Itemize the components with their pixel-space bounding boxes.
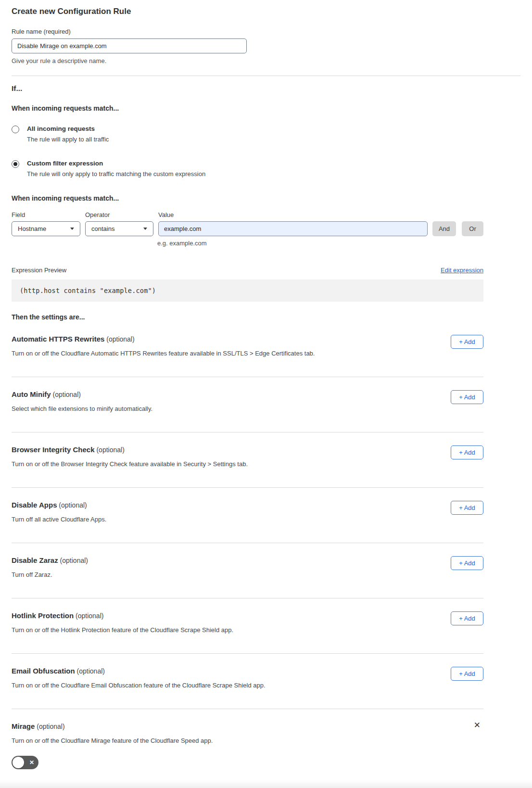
radio-description: The rule will apply to all traffic xyxy=(27,136,109,143)
setting-optional-suffix: (optional) xyxy=(74,612,103,620)
setting-title: Browser Integrity Check xyxy=(12,445,95,454)
setting-row-mirage: Mirage (optional) Turn on or off the Clo… xyxy=(12,709,483,788)
setting-description: Turn off Zaraz. xyxy=(12,571,435,578)
page-title: Create new Configuration Rule xyxy=(12,7,520,16)
setting-description: Turn on or off the Cloudflare Email Obfu… xyxy=(12,682,435,689)
edit-expression-link[interactable]: Edit expression xyxy=(441,267,483,274)
field-label: Field xyxy=(12,211,80,218)
settings-list: Automatic HTTPS Rewrites (optional) Turn… xyxy=(12,322,483,788)
match-heading: When incoming requests match... xyxy=(12,104,520,112)
setting-title: Disable Zaraz xyxy=(12,556,58,564)
and-button[interactable]: And xyxy=(432,221,456,236)
setting-optional-suffix: (optional) xyxy=(75,667,105,675)
add-disable-apps-button[interactable]: + Add xyxy=(451,501,483,515)
radio-button-icon[interactable] xyxy=(12,160,19,168)
setting-description: Turn on or off the Cloudflare Automatic … xyxy=(12,350,435,357)
setting-row-disable-zaraz: Disable Zaraz (optional) Turn off Zaraz.… xyxy=(12,543,483,598)
add-auto-minify-button[interactable]: + Add xyxy=(451,390,483,404)
rule-name-input[interactable] xyxy=(12,38,247,53)
configuration-rule-form: Create new Configuration Rule Rule name … xyxy=(0,0,532,788)
setting-row-disable-apps: Disable Apps (optional) Turn off all act… xyxy=(12,488,483,543)
radio-label: Custom filter expression xyxy=(27,160,205,167)
toggle-knob xyxy=(13,757,24,768)
radio-option-custom-filter-expression[interactable]: Custom filter expression The rule will o… xyxy=(12,160,520,178)
value-input[interactable] xyxy=(158,221,428,236)
expression-preview-label: Expression Preview xyxy=(12,267,66,274)
setting-optional-suffix: (optional) xyxy=(104,335,134,343)
setting-description: Select which file extensions to minify a… xyxy=(12,405,435,412)
setting-title: Mirage xyxy=(12,722,35,730)
setting-description: Turn on or off the Hotlink Protection fe… xyxy=(12,626,435,634)
add-email-obfuscation-button[interactable]: + Add xyxy=(451,667,483,681)
add-automatic-https-rewrites-button[interactable]: + Add xyxy=(451,335,483,349)
setting-optional-suffix: (optional) xyxy=(57,501,87,509)
value-label: Value xyxy=(158,211,428,218)
setting-row-auto-minify: Auto Minify (optional) Select which file… xyxy=(12,377,483,432)
rule-name-help: Give your rule a descriptive name. xyxy=(12,57,520,64)
setting-description: Turn off all active Cloudflare Apps. xyxy=(12,516,435,523)
close-icon[interactable]: ✕ xyxy=(474,721,481,729)
radio-description: The rule will only apply to traffic matc… xyxy=(27,170,205,178)
bottom-strip xyxy=(0,780,532,788)
setting-row-email-obfuscation: Email Obfuscation (optional) Turn on or … xyxy=(12,654,483,709)
mirage-toggle[interactable]: ✕ xyxy=(12,756,38,769)
setting-title: Hotlink Protection xyxy=(12,611,74,620)
radio-label: All incoming requests xyxy=(27,125,109,132)
operator-label: Operator xyxy=(85,211,153,218)
chevron-down-icon xyxy=(70,228,74,230)
expression-preview-code: (http.host contains "example.com") xyxy=(12,280,483,302)
add-browser-integrity-check-button[interactable]: + Add xyxy=(451,445,483,459)
setting-title: Automatic HTTPS Rewrites xyxy=(12,335,104,343)
add-hotlink-protection-button[interactable]: + Add xyxy=(451,611,483,625)
section-divider xyxy=(12,76,520,76)
setting-description: Turn on or off the Browser Integrity Che… xyxy=(12,460,435,468)
field-select-value: Hostname xyxy=(18,225,46,232)
operator-select-value: contains xyxy=(91,225,114,232)
request-match-radio-group: All incoming requests The rule will appl… xyxy=(12,125,520,178)
setting-optional-suffix: (optional) xyxy=(95,446,125,454)
field-select[interactable]: Hostname xyxy=(12,221,80,236)
setting-title: Disable Apps xyxy=(12,501,57,509)
or-button[interactable]: Or xyxy=(462,221,483,236)
setting-title: Auto Minify xyxy=(12,390,51,398)
add-disable-zaraz-button[interactable]: + Add xyxy=(451,556,483,570)
toggle-off-x-icon: ✕ xyxy=(29,759,34,766)
if-heading: If... xyxy=(12,84,520,93)
radio-button-icon[interactable] xyxy=(12,126,19,133)
setting-description: Turn on or off the Cloudflare Mirage fea… xyxy=(12,737,435,744)
operator-select[interactable]: contains xyxy=(85,221,153,236)
value-help: e.g. example.com xyxy=(157,240,520,247)
setting-row-browser-integrity-check: Browser Integrity Check (optional) Turn … xyxy=(12,432,483,488)
then-heading: Then the settings are... xyxy=(12,313,520,321)
setting-row-automatic-https-rewrites: Automatic HTTPS Rewrites (optional) Turn… xyxy=(12,322,483,377)
expression-builder-heading: When incoming requests match... xyxy=(12,194,520,202)
expression-builder-row: Field Hostname Operator contains Value A… xyxy=(12,211,483,236)
setting-optional-suffix: (optional) xyxy=(51,391,81,398)
rule-name-label: Rule name (required) xyxy=(12,28,520,35)
setting-title: Email Obfuscation xyxy=(12,667,75,675)
setting-row-hotlink-protection: Hotlink Protection (optional) Turn on or… xyxy=(12,598,483,654)
setting-optional-suffix: (optional) xyxy=(35,723,64,730)
setting-optional-suffix: (optional) xyxy=(58,557,88,564)
chevron-down-icon xyxy=(143,228,147,230)
radio-option-all-incoming-requests[interactable]: All incoming requests The rule will appl… xyxy=(12,125,520,143)
